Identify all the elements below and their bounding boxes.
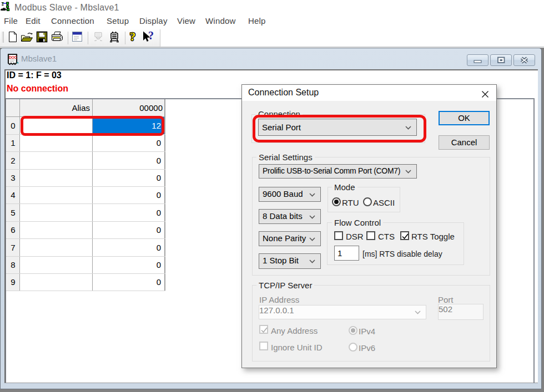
svg-text:DOC: DOC <box>9 55 17 59</box>
svg-text:?: ? <box>130 30 136 43</box>
svg-text:?: ? <box>148 30 154 42</box>
